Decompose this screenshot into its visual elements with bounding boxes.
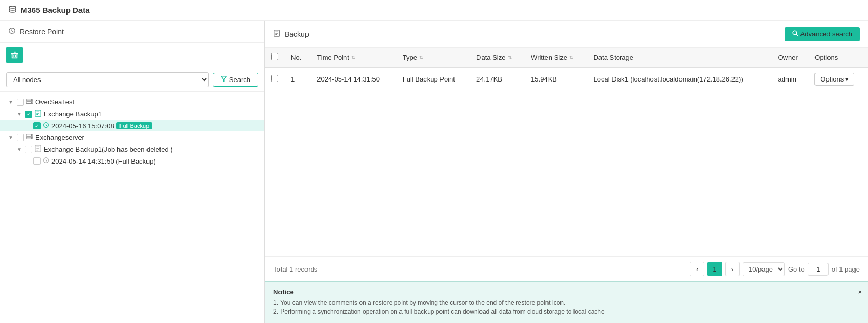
notice-item-1: 1. You can view the comments on a restor… xyxy=(273,299,860,306)
td-options: Options ▾ xyxy=(808,68,868,91)
tree-node-exchange-backup1[interactable]: ▼ ✓ Exchange Backup1 xyxy=(0,108,264,120)
checkbox-overseatest[interactable] xyxy=(17,99,24,106)
search-label: Search xyxy=(229,76,250,84)
row-checkbox-1[interactable] xyxy=(271,75,278,82)
chevron-right-icon: › xyxy=(731,265,733,273)
th-data-size[interactable]: Data Size ⇅ xyxy=(470,48,525,68)
full-backup-badge-1: Full Backup xyxy=(116,122,152,129)
toggle-icon: ▼ xyxy=(8,134,16,140)
th-time-point-label: Time Point xyxy=(317,53,349,61)
checkbox-restore-point-2[interactable] xyxy=(33,157,41,165)
search-icon xyxy=(792,30,798,38)
toggle-icon: ▼ xyxy=(17,111,24,117)
th-time-point[interactable]: Time Point ⇅ xyxy=(311,48,396,68)
job-icon-2 xyxy=(34,145,42,154)
pagination-total: Total 1 records xyxy=(273,265,317,273)
select-all-checkbox[interactable] xyxy=(271,53,278,60)
td-data-storage: Local Disk1 (localhost.localdomain(172.1… xyxy=(587,68,771,91)
sort-icon-written-size: ⇅ xyxy=(569,55,573,60)
th-options: Options xyxy=(808,48,868,68)
page-title: M365 Backup Data xyxy=(21,6,90,15)
goto-input[interactable] xyxy=(808,263,829,276)
toggle-icon: ▼ xyxy=(8,99,16,105)
restore-point-2-label: 2024-05-14 14:31:50 (Full Backup) xyxy=(51,157,156,165)
search-row: All nodes Search xyxy=(0,68,264,92)
job-icon xyxy=(34,110,42,118)
backup-table-container: No. Time Point ⇅ Type xyxy=(265,48,868,256)
checkbox-exchange-backup1-deleted[interactable] xyxy=(25,146,32,153)
advanced-search-label: Advanced search xyxy=(800,30,852,38)
th-time-point-sortable[interactable]: Time Point ⇅ xyxy=(317,53,390,61)
exchange-backup1-deleted-label: Exchange Backup1(Job has been deleted ) xyxy=(44,145,173,153)
sort-icon-type: ⇅ xyxy=(419,55,423,60)
th-owner: Owner xyxy=(772,48,809,68)
table-body: 1 2024-05-14 14:31:50 Full Backup Point … xyxy=(265,68,868,91)
th-data-storage-label: Data Storage xyxy=(593,53,633,61)
row-type-1: Full Backup Point xyxy=(403,75,455,83)
notice-panel: × Notice 1. You can view the comments on… xyxy=(265,281,868,323)
delete-button[interactable] xyxy=(6,47,23,63)
th-type-label: Type xyxy=(403,53,417,61)
notice-close-button[interactable]: × xyxy=(858,287,862,297)
row-owner-1: admin xyxy=(778,75,796,83)
svg-marker-6 xyxy=(221,76,227,82)
th-type-sortable[interactable]: Type ⇅ xyxy=(403,53,464,61)
left-panel: Restore Point All nodes xyxy=(0,21,265,323)
svg-line-30 xyxy=(796,34,797,36)
of-page-label: of 1 page xyxy=(832,265,860,273)
th-data-size-label: Data Size xyxy=(476,53,505,61)
td-owner: admin xyxy=(772,68,809,91)
tree-node-restore-point-2[interactable]: ▶ 2024-05-14 14:31:50 (Full Backup) xyxy=(0,155,264,167)
backup-header: Backup Advanced search xyxy=(265,21,868,48)
advanced-search-button[interactable]: Advanced search xyxy=(785,27,860,41)
checkbox-restore-point-1[interactable]: ✓ xyxy=(33,122,41,129)
row-no-1: 1 xyxy=(291,75,295,83)
server-icon xyxy=(26,98,33,106)
table-row: 1 2024-05-14 14:31:50 Full Backup Point … xyxy=(265,68,868,91)
checkbox-exchangeserver[interactable] xyxy=(17,134,24,141)
options-button-1[interactable]: Options ▾ xyxy=(814,73,854,86)
left-toolbar xyxy=(0,43,264,68)
row-data-storage-1: Local Disk1 (localhost.localdomain(172.1… xyxy=(593,75,743,83)
chevron-left-icon: ‹ xyxy=(696,265,698,273)
page-number-1: 1 xyxy=(713,265,716,273)
search-button[interactable]: Search xyxy=(213,73,258,87)
tree-node-overseatest[interactable]: ▼ OverSeaTest xyxy=(0,96,264,108)
th-data-size-sortable[interactable]: Data Size ⇅ xyxy=(476,53,518,61)
th-type[interactable]: Type ⇅ xyxy=(396,48,470,68)
tree-node-restore-point-1[interactable]: ▶ ✓ 2024-05-16 15:07:08 Full Backup xyxy=(0,120,264,131)
tree-node-exchangeserver[interactable]: ▼ Exchangeserver xyxy=(0,131,264,143)
th-options-label: Options xyxy=(814,53,838,61)
restore-point-1-label: 2024-05-16 15:07:08 xyxy=(51,122,114,130)
pagination: Total 1 records ‹ 1 › 10/page Go to of 1… xyxy=(265,256,868,281)
svg-point-10 xyxy=(31,102,32,103)
row-data-size-1: 24.17KB xyxy=(476,75,502,83)
tree-node-exchange-backup1-deleted[interactable]: ▼ Exchange Backup1(Job has been deleted … xyxy=(0,143,264,155)
restore-clock-icon-2 xyxy=(43,157,49,165)
page-button-1[interactable]: 1 xyxy=(707,262,722,276)
backup-title: Backup xyxy=(285,30,309,38)
td-type: Full Backup Point xyxy=(396,68,470,91)
node-select[interactable]: All nodes xyxy=(6,72,209,87)
restore-point-header: Restore Point xyxy=(0,21,264,43)
page-size-select[interactable]: 10/page xyxy=(743,262,785,276)
database-icon xyxy=(8,5,17,15)
page-header: M365 Backup Data xyxy=(0,0,868,21)
main-content: Restore Point All nodes xyxy=(0,21,868,323)
th-written-size[interactable]: Written Size ⇅ xyxy=(525,48,587,68)
svg-point-19 xyxy=(31,138,32,139)
svg-point-18 xyxy=(31,135,32,136)
th-written-size-label: Written Size xyxy=(531,53,567,61)
td-data-size: 24.17KB xyxy=(470,68,525,91)
filter-icon xyxy=(221,76,227,84)
checkbox-exchange-backup1[interactable]: ✓ xyxy=(25,111,32,118)
backup-header-left: Backup xyxy=(273,30,309,38)
right-panel: Backup Advanced search xyxy=(265,21,868,323)
notice-title: Notice xyxy=(273,288,860,296)
backup-table: No. Time Point ⇅ Type xyxy=(265,48,868,91)
th-written-size-sortable[interactable]: Written Size ⇅ xyxy=(531,53,581,61)
next-page-button[interactable]: › xyxy=(725,262,740,276)
prev-page-button[interactable]: ‹ xyxy=(690,262,704,276)
td-no: 1 xyxy=(285,68,311,91)
server-icon-2 xyxy=(26,133,33,142)
